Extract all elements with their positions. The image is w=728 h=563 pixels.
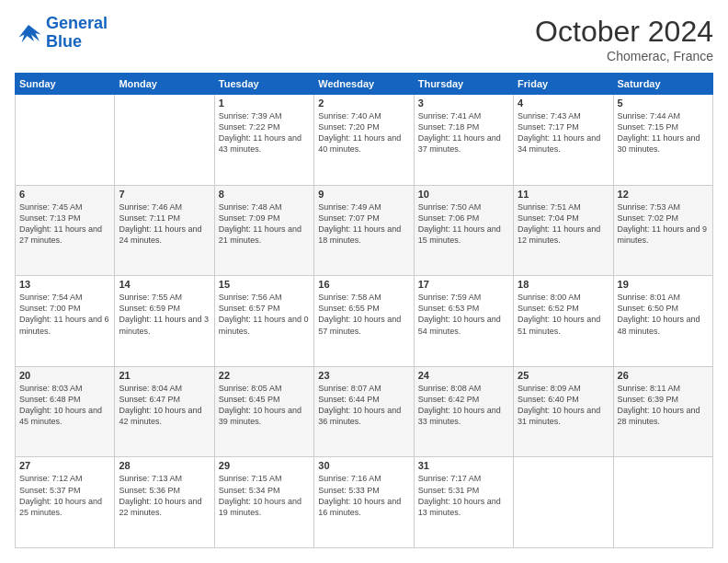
logo-icon [15, 22, 42, 44]
day-number: 11 [518, 189, 609, 200]
page: General Blue October 2024 Chomerac, Fran… [0, 0, 728, 563]
calendar-cell: 26Sunrise: 8:11 AM Sunset: 6:39 PM Dayli… [613, 366, 712, 457]
day-number: 7 [119, 189, 210, 200]
day-number: 18 [518, 279, 609, 290]
day-info: Sunrise: 7:56 AM Sunset: 6:57 PM Dayligh… [219, 292, 310, 337]
weekday-header: Saturday [613, 74, 712, 95]
day-info: Sunrise: 8:07 AM Sunset: 6:44 PM Dayligh… [318, 383, 409, 428]
day-number: 19 [618, 279, 709, 290]
day-number: 15 [219, 279, 310, 290]
day-number: 3 [418, 98, 509, 109]
calendar-header-row: SundayMondayTuesdayWednesdayThursdayFrid… [16, 74, 713, 95]
calendar-cell: 31Sunrise: 7:17 AM Sunset: 5:31 PM Dayli… [414, 457, 513, 548]
calendar-cell: 8Sunrise: 7:48 AM Sunset: 7:09 PM Daylig… [214, 185, 313, 276]
calendar-cell: 6Sunrise: 7:45 AM Sunset: 7:13 PM Daylig… [16, 185, 115, 276]
calendar-cell: 30Sunrise: 7:16 AM Sunset: 5:33 PM Dayli… [314, 457, 414, 548]
calendar-row: 13Sunrise: 7:54 AM Sunset: 7:00 PM Dayli… [16, 276, 713, 367]
day-info: Sunrise: 7:46 AM Sunset: 7:11 PM Dayligh… [119, 201, 210, 247]
day-number: 27 [19, 460, 110, 471]
day-number: 22 [219, 370, 310, 381]
day-number: 2 [318, 98, 409, 109]
day-info: Sunrise: 8:09 AM Sunset: 6:40 PM Dayligh… [518, 383, 609, 428]
day-info: Sunrise: 7:40 AM Sunset: 7:20 PM Dayligh… [318, 110, 409, 155]
logo-line1: General [46, 14, 108, 32]
day-number: 14 [119, 279, 210, 290]
day-info: Sunrise: 7:15 AM Sunset: 5:34 PM Dayligh… [219, 473, 310, 518]
day-info: Sunrise: 7:54 AM Sunset: 7:00 PM Dayligh… [19, 292, 110, 337]
calendar-cell: 24Sunrise: 8:08 AM Sunset: 6:42 PM Dayli… [414, 366, 513, 457]
calendar-cell: 9Sunrise: 7:49 AM Sunset: 7:07 PM Daylig… [314, 185, 414, 276]
calendar-row: 20Sunrise: 8:03 AM Sunset: 6:48 PM Dayli… [16, 366, 713, 457]
calendar-row: 1Sunrise: 7:39 AM Sunset: 7:22 PM Daylig… [16, 95, 713, 186]
logo: General Blue [15, 15, 108, 52]
weekday-header: Thursday [414, 74, 513, 95]
day-info: Sunrise: 8:01 AM Sunset: 6:50 PM Dayligh… [618, 292, 709, 337]
day-number: 1 [219, 98, 310, 109]
calendar-row: 6Sunrise: 7:45 AM Sunset: 7:13 PM Daylig… [16, 185, 713, 276]
day-number: 20 [19, 370, 110, 381]
day-info: Sunrise: 7:59 AM Sunset: 6:53 PM Dayligh… [418, 292, 509, 337]
day-info: Sunrise: 7:48 AM Sunset: 7:09 PM Dayligh… [219, 201, 310, 247]
calendar-cell: 7Sunrise: 7:46 AM Sunset: 7:11 PM Daylig… [115, 185, 214, 276]
day-number: 4 [518, 98, 609, 109]
calendar-cell: 3Sunrise: 7:41 AM Sunset: 7:18 PM Daylig… [414, 95, 513, 186]
calendar-cell [115, 95, 214, 186]
day-info: Sunrise: 8:11 AM Sunset: 6:39 PM Dayligh… [618, 383, 709, 428]
day-info: Sunrise: 7:16 AM Sunset: 5:33 PM Dayligh… [318, 473, 409, 518]
day-info: Sunrise: 7:17 AM Sunset: 5:31 PM Dayligh… [418, 473, 509, 518]
day-number: 23 [318, 370, 409, 381]
calendar-cell: 1Sunrise: 7:39 AM Sunset: 7:22 PM Daylig… [214, 95, 313, 186]
weekday-header: Monday [115, 74, 214, 95]
calendar-row: 27Sunrise: 7:12 AM Sunset: 5:37 PM Dayli… [16, 457, 713, 548]
weekday-header: Wednesday [314, 74, 414, 95]
calendar-cell: 19Sunrise: 8:01 AM Sunset: 6:50 PM Dayli… [613, 276, 712, 367]
day-info: Sunrise: 7:45 AM Sunset: 7:13 PM Dayligh… [19, 201, 110, 247]
calendar-cell: 28Sunrise: 7:13 AM Sunset: 5:36 PM Dayli… [115, 457, 214, 548]
calendar-cell: 27Sunrise: 7:12 AM Sunset: 5:37 PM Dayli… [16, 457, 115, 548]
calendar-cell: 17Sunrise: 7:59 AM Sunset: 6:53 PM Dayli… [414, 276, 513, 367]
day-info: Sunrise: 8:03 AM Sunset: 6:48 PM Dayligh… [19, 383, 110, 428]
calendar-cell: 11Sunrise: 7:51 AM Sunset: 7:04 PM Dayli… [514, 185, 613, 276]
calendar-cell: 18Sunrise: 8:00 AM Sunset: 6:52 PM Dayli… [514, 276, 613, 367]
day-info: Sunrise: 7:12 AM Sunset: 5:37 PM Dayligh… [19, 473, 110, 518]
header: General Blue October 2024 Chomerac, Fran… [15, 15, 713, 63]
day-number: 5 [618, 98, 709, 109]
day-number: 6 [19, 189, 110, 200]
day-info: Sunrise: 7:39 AM Sunset: 7:22 PM Dayligh… [219, 110, 310, 155]
calendar-table: SundayMondayTuesdayWednesdayThursdayFrid… [15, 73, 713, 548]
day-number: 9 [318, 189, 409, 200]
day-info: Sunrise: 7:49 AM Sunset: 7:07 PM Dayligh… [318, 201, 409, 247]
day-info: Sunrise: 7:41 AM Sunset: 7:18 PM Dayligh… [418, 110, 509, 155]
logo-text: General Blue [46, 15, 108, 52]
calendar-cell [514, 457, 613, 548]
weekday-header: Tuesday [214, 74, 313, 95]
day-number: 17 [418, 279, 509, 290]
calendar-cell: 21Sunrise: 8:04 AM Sunset: 6:47 PM Dayli… [115, 366, 214, 457]
calendar-cell: 10Sunrise: 7:50 AM Sunset: 7:06 PM Dayli… [414, 185, 513, 276]
day-info: Sunrise: 7:58 AM Sunset: 6:55 PM Dayligh… [318, 292, 409, 337]
calendar-cell: 4Sunrise: 7:43 AM Sunset: 7:17 PM Daylig… [514, 95, 613, 186]
month-title: October 2024 [535, 15, 713, 49]
weekday-header: Sunday [16, 74, 115, 95]
calendar-cell [613, 457, 712, 548]
calendar-cell: 13Sunrise: 7:54 AM Sunset: 7:00 PM Dayli… [16, 276, 115, 367]
calendar-cell: 14Sunrise: 7:55 AM Sunset: 6:59 PM Dayli… [115, 276, 214, 367]
day-number: 29 [219, 460, 310, 471]
calendar-cell: 5Sunrise: 7:44 AM Sunset: 7:15 PM Daylig… [613, 95, 712, 186]
day-number: 25 [518, 370, 609, 381]
logo-line2: Blue [46, 32, 82, 51]
day-number: 30 [318, 460, 409, 471]
calendar-cell: 20Sunrise: 8:03 AM Sunset: 6:48 PM Dayli… [16, 366, 115, 457]
calendar-cell: 29Sunrise: 7:15 AM Sunset: 5:34 PM Dayli… [214, 457, 313, 548]
day-info: Sunrise: 7:13 AM Sunset: 5:36 PM Dayligh… [119, 473, 210, 518]
day-number: 26 [618, 370, 709, 381]
calendar-cell: 25Sunrise: 8:09 AM Sunset: 6:40 PM Dayli… [514, 366, 613, 457]
calendar-cell: 16Sunrise: 7:58 AM Sunset: 6:55 PM Dayli… [314, 276, 414, 367]
weekday-header: Friday [514, 74, 613, 95]
svg-marker-0 [19, 25, 41, 43]
day-info: Sunrise: 8:08 AM Sunset: 6:42 PM Dayligh… [418, 383, 509, 428]
day-info: Sunrise: 7:50 AM Sunset: 7:06 PM Dayligh… [418, 201, 509, 247]
day-info: Sunrise: 8:04 AM Sunset: 6:47 PM Dayligh… [119, 383, 210, 428]
calendar-cell: 15Sunrise: 7:56 AM Sunset: 6:57 PM Dayli… [214, 276, 313, 367]
day-info: Sunrise: 7:55 AM Sunset: 6:59 PM Dayligh… [119, 292, 210, 337]
